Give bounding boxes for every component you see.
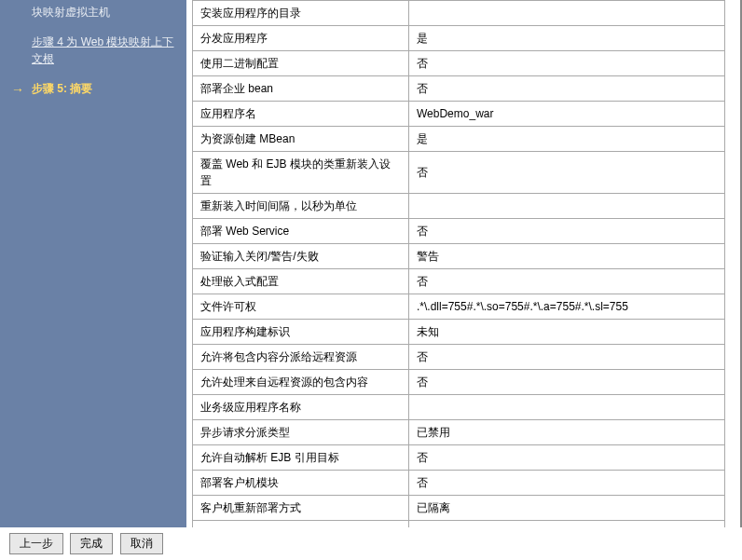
table-cell-value: 已隔离 — [409, 496, 725, 521]
table-row: 覆盖 Web 和 EJB 模块的类重新装入设置否 — [193, 152, 725, 194]
table-cell-value: 否 — [409, 51, 725, 76]
table-cell-label: 业务级应用程序名称 — [193, 395, 409, 420]
table-cell-value: 否 — [409, 521, 725, 528]
table-row: 客户机重新部署方式已隔离 — [193, 496, 725, 521]
table-cell-value: 是 — [409, 127, 725, 152]
arrow-right-icon: → — [11, 80, 24, 100]
table-cell-value: 否 — [409, 152, 725, 194]
table-cell-label: 应用程序构建标识 — [193, 320, 409, 345]
table-cell-label: 允许自动解析 EJB 引用目标 — [193, 445, 409, 471]
table-cell-value: WebDemo_war — [409, 102, 725, 127]
table-row: 安装应用程序的目录 — [193, 1, 725, 26]
sidebar-item-label: 步骤 5: 摘要 — [32, 82, 92, 95]
table-cell-value: 警告 — [409, 244, 725, 269]
table-row: 应用程序名WebDemo_war — [193, 102, 725, 127]
table-cell-value: 已禁用 — [409, 420, 725, 445]
right-border — [735, 0, 742, 527]
table-row: 处理嵌入式配置否 — [193, 269, 725, 294]
table-row: 文件许可权.*\.dll=755#.*\.so=755#.*\.a=755#.*… — [193, 294, 725, 320]
table-cell-value — [409, 395, 725, 420]
table-cell-label: 应用程序名 — [193, 102, 409, 127]
table-cell-value: 否 — [409, 345, 725, 370]
sidebar-item-step-virtual-host[interactable]: 块映射虚拟主机 — [11, 0, 175, 30]
table-cell-value: 是 — [409, 26, 725, 51]
table-cell-label: 验证模式 — [193, 521, 409, 528]
table-cell-label: 部署 Web Service — [193, 219, 409, 244]
table-cell-label: 使用二进制配置 — [193, 51, 409, 76]
summary-table: 安装应用程序的目录分发应用程序是使用二进制配置否部署企业 bean否应用程序名W… — [192, 0, 725, 527]
sidebar-item-step-4[interactable]: 步骤 4 为 Web 模块映射上下文根 — [11, 30, 175, 76]
table-cell-value: 未知 — [409, 320, 725, 345]
table-row: 部署客户机模块否 — [193, 471, 725, 496]
cancel-button[interactable]: 取消 — [120, 533, 163, 554]
table-row: 允许将包含内容分派给远程资源否 — [193, 345, 725, 370]
table-cell-label: 安装应用程序的目录 — [193, 1, 409, 26]
table-row: 重新装入时间间隔，以秒为单位 — [193, 194, 725, 219]
sidebar-item-label: 块映射虚拟主机 — [32, 6, 110, 19]
table-cell-value — [409, 194, 725, 219]
table-cell-label: 允许处理来自远程资源的包含内容 — [193, 370, 409, 395]
table-row: 异步请求分派类型已禁用 — [193, 420, 725, 445]
prev-button[interactable]: 上一步 — [9, 533, 63, 554]
table-row: 业务级应用程序名称 — [193, 395, 725, 420]
table-cell-label: 重新装入时间间隔，以秒为单位 — [193, 194, 409, 219]
table-cell-value: .*\.dll=755#.*\.so=755#.*\.a=755#.*\.sl=… — [409, 294, 725, 320]
table-cell-value: 否 — [409, 219, 725, 244]
table-cell-label: 验证输入关闭/警告/失败 — [193, 244, 409, 269]
table-row: 允许自动解析 EJB 引用目标否 — [193, 445, 725, 471]
wizard-sidebar: 块映射虚拟主机 步骤 4 为 Web 模块映射上下文根 → 步骤 5: 摘要 — [0, 0, 186, 527]
table-cell-label: 文件许可权 — [193, 294, 409, 320]
table-row: 分发应用程序是 — [193, 26, 725, 51]
table-row: 应用程序构建标识未知 — [193, 320, 725, 345]
table-cell-label: 客户机重新部署方式 — [193, 496, 409, 521]
table-cell-label: 为资源创建 MBean — [193, 127, 409, 152]
table-cell-label: 处理嵌入式配置 — [193, 269, 409, 294]
table-cell-label: 部署企业 bean — [193, 76, 409, 102]
table-cell-value: 否 — [409, 370, 725, 395]
sidebar-item-label: 步骤 4 为 Web 模块映射上下文根 — [32, 35, 173, 65]
summary-content: 安装应用程序的目录分发应用程序是使用二进制配置否部署企业 bean否应用程序名W… — [186, 0, 735, 527]
table-cell-label: 异步请求分派类型 — [193, 420, 409, 445]
table-row: 部署企业 bean否 — [193, 76, 725, 102]
table-cell-value — [409, 1, 725, 26]
table-row: 部署 Web Service否 — [193, 219, 725, 244]
table-cell-label: 分发应用程序 — [193, 26, 409, 51]
table-cell-value: 否 — [409, 269, 725, 294]
table-row: 为资源创建 MBean是 — [193, 127, 725, 152]
table-cell-value: 否 — [409, 445, 725, 471]
table-row: 验证模式否 — [193, 521, 725, 528]
table-cell-label: 部署客户机模块 — [193, 471, 409, 496]
table-cell-label: 允许将包含内容分派给远程资源 — [193, 345, 409, 370]
table-row: 允许处理来自远程资源的包含内容否 — [193, 370, 725, 395]
table-row: 使用二进制配置否 — [193, 51, 725, 76]
table-cell-label: 覆盖 Web 和 EJB 模块的类重新装入设置 — [193, 152, 409, 194]
finish-button[interactable]: 完成 — [70, 533, 113, 554]
button-bar: 上一步 完成 取消 — [0, 527, 742, 560]
table-cell-value: 否 — [409, 76, 725, 102]
sidebar-item-step-5[interactable]: → 步骤 5: 摘要 — [11, 76, 175, 106]
table-cell-value: 否 — [409, 471, 725, 496]
table-row: 验证输入关闭/警告/失败警告 — [193, 244, 725, 269]
